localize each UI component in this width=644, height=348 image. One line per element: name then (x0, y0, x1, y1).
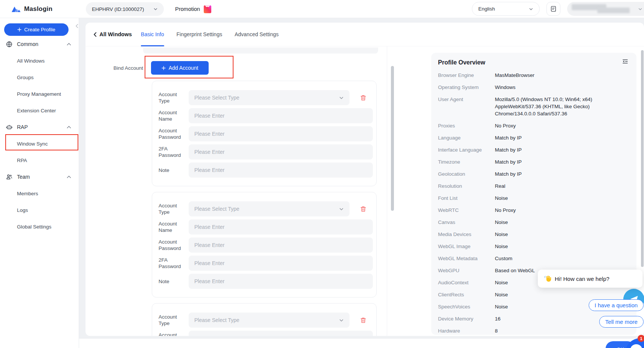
trash-icon (360, 206, 366, 212)
tab-bar: All Windows Basic Info Fingerprint Setti… (85, 23, 644, 46)
field-input[interactable]: Please Enter (189, 108, 373, 123)
tab-advanced-settings[interactable]: Advanced Settings (235, 23, 279, 46)
back-to-all-windows[interactable]: All Windows (93, 31, 132, 37)
field-input[interactable]: Please Enter (189, 274, 373, 289)
delete-account-button[interactable] (360, 317, 367, 324)
overview-rows: Browser Engine MasMateBrowser Operating … (438, 72, 630, 334)
overview-row-label: Geolocation (438, 170, 495, 178)
gift-envelope-icon (203, 5, 212, 14)
overview-row-value: Windows (495, 84, 630, 91)
chat-quick-reply-tell-me-more[interactable]: Tell me more (599, 316, 644, 328)
field-placeholder: Please Enter (194, 149, 224, 155)
sidebar-section-team[interactable]: Team (0, 169, 79, 185)
overview-row-value: Noise (495, 243, 630, 250)
overview-row-label: Proxies (438, 122, 495, 129)
field-label: Account Type (159, 202, 184, 215)
overview-row-value: Custom (495, 255, 630, 262)
overview-row: Language Match by IP (438, 134, 630, 141)
sidebar-item[interactable]: Logs (0, 202, 79, 218)
form-field-row: Account Type Please Select Type (159, 201, 376, 216)
chevron-left-icon (93, 32, 97, 37)
form-field-row: 2FA Password Please Enter (159, 256, 376, 271)
overview-row-value: Noise (495, 231, 630, 238)
overview-row-label: Hardware (438, 327, 495, 334)
sidebar-item[interactable]: Groups (0, 69, 79, 86)
sidebar-item[interactable]: All Windows (0, 52, 79, 69)
language-selector[interactable]: English (472, 2, 540, 16)
field-input[interactable]: Please Enter (189, 331, 373, 336)
maslogin-logo-icon (11, 5, 21, 13)
user-account-redacted[interactable] (567, 2, 644, 16)
form-field-row: Account Name Please Enter (159, 331, 376, 336)
overview-row: Operating System Windows (438, 84, 630, 91)
overview-row-value: Noise (495, 195, 630, 202)
form-field-row: 2FA Password Please Enter (159, 144, 376, 159)
chevron-down-icon (529, 7, 533, 11)
sidebar-item[interactable]: Global Settings (0, 218, 79, 235)
account-card: Account Type Please Select Type Account … (152, 81, 377, 186)
chat-quick-reply-question[interactable]: I have a question (589, 299, 644, 311)
overview-row-label: WebRTC (438, 207, 495, 214)
overview-row-label: Font List (438, 195, 495, 202)
delete-account-button[interactable] (360, 95, 367, 101)
chevron-down-icon (339, 318, 344, 323)
trash-icon (360, 95, 366, 101)
field-placeholder: Please Enter (194, 260, 224, 266)
field-placeholder: Please Enter (194, 224, 224, 230)
overview-row-value: MasMateBrowser (495, 72, 630, 79)
sidebar-collapse-handle[interactable] (75, 23, 79, 29)
sidebar-item[interactable]: Members (0, 185, 79, 202)
tab-fingerprint-settings[interactable]: Fingerprint Settings (177, 23, 222, 46)
overview-row: Interface Language Match by IP (438, 146, 630, 153)
account-fields: Account Type Please Select Type Account … (159, 201, 376, 289)
sidebar-item[interactable]: RPA (0, 152, 79, 169)
sidebar-section-rap[interactable]: RAP (0, 119, 79, 135)
field-input[interactable]: Please Select Type (189, 201, 349, 216)
overview-row-value: Match by IP (495, 170, 630, 178)
field-label: Account Type (159, 91, 184, 104)
field-input[interactable]: Please Enter (189, 144, 373, 159)
docs-button[interactable] (546, 2, 560, 16)
profile-selector-dropdown[interactable]: EHPHRV (ID:1000027) (86, 2, 164, 16)
account-card: Account Type Please Select Type Account … (152, 303, 377, 336)
page-scrollbar-thumb[interactable] (641, 50, 644, 267)
form-field-row: Account Type Please Select Type (159, 313, 376, 328)
sidebar-section-team-items: Members Logs Global Settings (0, 185, 79, 235)
field-label: Account Password (159, 127, 184, 140)
redacted-text-block (597, 8, 630, 13)
field-input[interactable]: Please Select Type (189, 313, 349, 328)
chevron-down-icon (339, 95, 344, 100)
delete-account-button[interactable] (360, 206, 367, 213)
plus-icon (17, 28, 21, 32)
chat-greeting-bubble[interactable]: Hi! How can we help? (538, 270, 642, 288)
sidebar-section-common[interactable]: Common (0, 36, 79, 52)
account-fields: Account Type Please Select Type Account … (159, 313, 376, 336)
sidebar-item[interactable]: Extension Center (0, 102, 79, 119)
tab-basic-info[interactable]: Basic Info (141, 23, 164, 46)
overview-row-value: Match by IP (495, 158, 630, 166)
create-profile-button[interactable]: Create Profile (4, 23, 69, 36)
form-field-row: Account Name Please Enter (159, 108, 376, 123)
promotion-link[interactable]: Promotion (175, 0, 212, 18)
trash-icon (360, 317, 366, 323)
top-header: Maslogin EHPHRV (ID:1000027) Promotion E… (0, 0, 644, 18)
field-placeholder: Please Select Type (194, 206, 240, 212)
field-input[interactable]: Please Select Type (189, 90, 349, 105)
field-label: 2FA Password (159, 146, 184, 158)
form-scrollbar-thumb[interactable] (391, 66, 394, 211)
form-field-row: Account Password Please Enter (159, 238, 376, 253)
field-input[interactable]: Please Enter (189, 219, 373, 235)
clipped-input-field[interactable] (143, 48, 378, 54)
field-input[interactable]: Please Enter (189, 126, 373, 141)
overview-row-value: 8 (495, 327, 630, 334)
sidebar-item[interactable]: Proxy Management (0, 86, 79, 102)
field-input[interactable]: Please Enter (189, 163, 373, 178)
overview-row-label: Canvas (438, 219, 495, 226)
overview-row: ClientRects Noise (438, 291, 630, 298)
overview-row-label: AudioContext (438, 279, 495, 286)
field-input[interactable]: Please Enter (189, 238, 373, 253)
panel-collapse-icon[interactable] (622, 59, 628, 64)
field-input[interactable]: Please Enter (189, 256, 373, 271)
language-value: English (478, 6, 495, 12)
overview-row-value: Noise (495, 291, 630, 298)
